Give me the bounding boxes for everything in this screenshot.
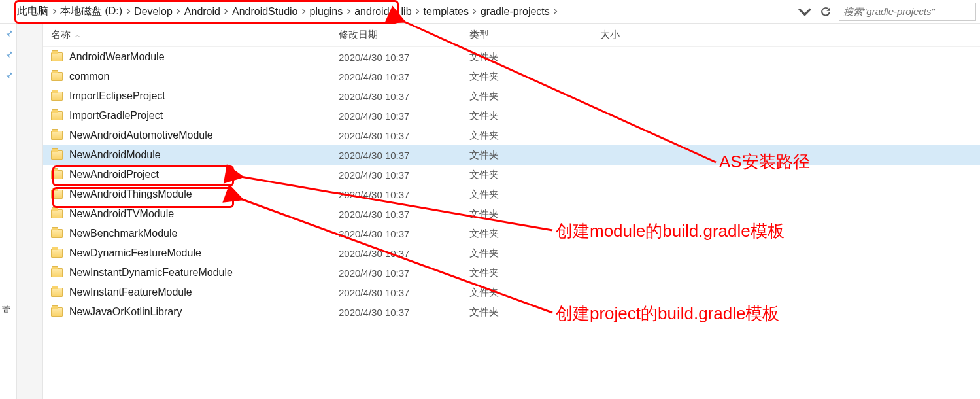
search-input[interactable] <box>839 3 976 21</box>
history-dropdown[interactable] <box>797 4 813 20</box>
file-name: AndroidWearModule <box>69 51 165 63</box>
breadcrumb-segment[interactable]: lib <box>400 6 413 18</box>
cell-name: NewAndroidTVModule <box>51 208 339 220</box>
file-name: NewAndroidThingsModule <box>69 188 192 200</box>
table-row[interactable]: NewBenchmarkModule2020/4/30 10:37文件夹 <box>43 224 980 243</box>
cell-modified: 2020/4/30 10:37 <box>339 150 469 161</box>
quick-access-label: 萱 <box>0 89 12 298</box>
column-headers: 名称 ︿ 修改日期 类型 大小 <box>43 24 980 47</box>
file-name: NewAndroidAutomotiveModule <box>69 130 213 141</box>
breadcrumb-segment[interactable]: Develop <box>133 6 174 18</box>
file-name: NewInstantDynamicFeatureModule <box>69 267 233 279</box>
folder-icon <box>51 307 63 317</box>
breadcrumb-segment[interactable]: templates <box>422 6 470 18</box>
file-name: NewAndroidTVModule <box>69 208 174 220</box>
folder-icon <box>51 92 63 101</box>
breadcrumb-segment[interactable]: 此电脑 <box>16 5 50 18</box>
pin-icon <box>2 68 15 81</box>
tree-gutter <box>17 24 43 399</box>
folder-icon <box>51 288 63 297</box>
file-panel: 名称 ︿ 修改日期 类型 大小 AndroidWearModule2020/4/… <box>17 24 980 399</box>
chevron-right-icon[interactable] <box>299 7 308 16</box>
cell-type: 文件夹 <box>469 169 600 181</box>
breadcrumb-segment[interactable]: AndroidStudio <box>231 6 299 18</box>
cell-type: 文件夹 <box>469 51 600 63</box>
folder-icon <box>51 72 63 81</box>
folder-icon <box>51 52 63 61</box>
table-row[interactable]: ImportGradleProject2020/4/30 10:37文件夹 <box>43 106 980 126</box>
breadcrumb-segment[interactable]: android <box>353 6 390 18</box>
cell-name: NewAndroidAutomotiveModule <box>51 130 339 141</box>
chevron-right-icon[interactable] <box>124 7 133 16</box>
chevron-right-icon[interactable] <box>344 7 353 16</box>
cell-name: ImportEclipseProject <box>51 90 339 102</box>
cell-type: 文件夹 <box>469 188 600 201</box>
chevron-right-icon[interactable] <box>222 7 231 16</box>
breadcrumb-segment[interactable]: 本地磁盘 (D:) <box>59 5 124 18</box>
cell-modified: 2020/4/30 10:37 <box>339 307 469 318</box>
cell-type: 文件夹 <box>469 90 600 103</box>
cell-type: 文件夹 <box>469 267 600 279</box>
cell-modified: 2020/4/30 10:37 <box>339 52 469 63</box>
file-name: ImportGradleProject <box>69 110 163 122</box>
cell-type: 文件夹 <box>469 247 600 260</box>
chevron-right-icon[interactable] <box>470 7 479 16</box>
file-name: NewJavaOrKotlinLibrary <box>69 306 182 318</box>
cell-name: NewInstantDynamicFeatureModule <box>51 267 339 279</box>
file-name: NewDynamicFeatureModule <box>69 247 201 259</box>
table-row[interactable]: NewInstantFeatureModule2020/4/30 10:37文件… <box>43 283 980 302</box>
cell-modified: 2020/4/30 10:37 <box>339 111 469 122</box>
column-type[interactable]: 类型 <box>469 29 600 41</box>
file-name: NewAndroidProject <box>69 169 159 181</box>
cell-modified: 2020/4/30 10:37 <box>339 228 469 239</box>
table-row[interactable]: AndroidWearModule2020/4/30 10:37文件夹 <box>43 47 980 67</box>
folder-icon <box>51 111 63 120</box>
cell-name: AndroidWearModule <box>51 51 339 63</box>
pin-icon <box>2 47 15 60</box>
cell-modified: 2020/4/30 10:37 <box>339 287 469 298</box>
cell-name: NewAndroidModule <box>51 149 339 161</box>
folder-icon <box>51 229 63 238</box>
table-row[interactable]: NewAndroidProject2020/4/30 10:37文件夹 <box>43 165 980 184</box>
cell-type: 文件夹 <box>469 110 600 122</box>
refresh-button[interactable] <box>818 4 834 20</box>
cell-type: 文件夹 <box>469 306 600 319</box>
cell-name: common <box>51 71 339 82</box>
chevron-right-icon[interactable] <box>551 7 560 16</box>
cell-name: NewInstantFeatureModule <box>51 286 339 298</box>
breadcrumb-segment[interactable]: plugins <box>308 6 344 18</box>
cell-name: NewBenchmarkModule <box>51 228 339 239</box>
cell-name: NewDynamicFeatureModule <box>51 247 339 259</box>
breadcrumb[interactable]: 此电脑本地磁盘 (D:)DevelopAndroidAndroidStudiop… <box>16 0 794 23</box>
chevron-right-icon[interactable] <box>391 7 400 16</box>
table-row[interactable]: NewAndroidTVModule2020/4/30 10:37文件夹 <box>43 204 980 224</box>
quick-access-strip: 萱 <box>0 24 17 399</box>
file-name: NewBenchmarkModule <box>69 228 177 239</box>
breadcrumb-segment[interactable]: Android <box>183 6 222 18</box>
column-size[interactable]: 大小 <box>600 29 679 41</box>
table-row[interactable]: NewJavaOrKotlinLibrary2020/4/30 10:37文件夹 <box>43 302 980 322</box>
file-name: NewAndroidModule <box>69 149 161 161</box>
folder-icon <box>51 190 63 199</box>
cell-modified: 2020/4/30 10:37 <box>339 71 469 82</box>
table-row[interactable]: NewAndroidAutomotiveModule2020/4/30 10:3… <box>43 126 980 145</box>
table-row[interactable]: NewInstantDynamicFeatureModule2020/4/30 … <box>43 263 980 283</box>
cell-type: 文件夹 <box>469 228 600 240</box>
table-row[interactable]: NewDynamicFeatureModule2020/4/30 10:37文件… <box>43 243 980 263</box>
address-bar: 此电脑本地磁盘 (D:)DevelopAndroidAndroidStudiop… <box>0 0 980 24</box>
chevron-right-icon[interactable] <box>50 7 59 16</box>
cell-modified: 2020/4/30 10:37 <box>339 169 469 181</box>
column-modified[interactable]: 修改日期 <box>339 29 469 41</box>
chevron-right-icon[interactable] <box>174 7 183 16</box>
cell-type: 文件夹 <box>469 208 600 220</box>
table-row[interactable]: common2020/4/30 10:37文件夹 <box>43 67 980 86</box>
cell-type: 文件夹 <box>469 149 600 162</box>
cell-modified: 2020/4/30 10:37 <box>339 209 469 220</box>
table-row[interactable]: NewAndroidThingsModule2020/4/30 10:37文件夹 <box>43 184 980 204</box>
cell-modified: 2020/4/30 10:37 <box>339 91 469 102</box>
chevron-right-icon[interactable] <box>413 7 422 16</box>
table-row[interactable]: ImportEclipseProject2020/4/30 10:37文件夹 <box>43 86 980 106</box>
table-row[interactable]: NewAndroidModule2020/4/30 10:37文件夹 <box>43 145 980 165</box>
column-name[interactable]: 名称 ︿ <box>51 29 339 41</box>
breadcrumb-segment[interactable]: gradle-projects <box>479 6 551 18</box>
